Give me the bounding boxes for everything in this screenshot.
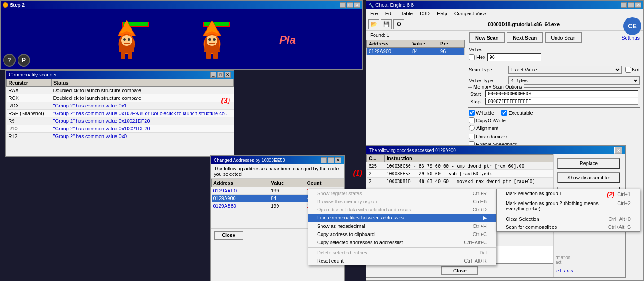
pause-button[interactable]: P xyxy=(18,54,30,67)
address-row-0[interactable]: 0129A900 84 96 xyxy=(367,48,465,55)
le-extras[interactable]: le Extras xyxy=(554,267,625,275)
ce-menubar: File Edit Table D3D Help Compact View xyxy=(366,9,643,18)
opcodes-close-row: Close xyxy=(366,264,553,277)
commonality-max-btn[interactable]: □ xyxy=(217,72,224,78)
game-maximize-btn[interactable]: □ xyxy=(347,2,353,8)
comm-row-0[interactable]: RAX Doubleclick to launch structure comp… xyxy=(7,87,234,94)
comm-row-3[interactable]: RSP (Snapshot) "Group 2" has common valu… xyxy=(7,110,234,117)
comm-row-4[interactable]: R9 "Group 2" has common value 0x10021DF2… xyxy=(7,117,234,125)
ctx-sub-mark-group2[interactable]: Mark selection as group 2 (Nothing means… xyxy=(497,199,640,213)
executable-checkbox-item: Executable xyxy=(501,110,533,116)
comm-row-2[interactable]: RDX "Group 2" has common value 0x1 xyxy=(7,102,234,110)
value-input[interactable] xyxy=(487,53,541,61)
status-1: Doubleclick to launch structure compare xyxy=(52,94,234,102)
memory-scan-title: Memory Scan Options xyxy=(472,84,524,89)
unrandomizer-item: Unrandomizer xyxy=(469,134,640,139)
opcodes-titlebar: The following opcodes accessed 0129A900 … xyxy=(366,146,625,154)
ce-title: Cheat Engine 6.8 xyxy=(375,2,414,8)
scan-type-label: Scan Type xyxy=(469,67,505,72)
unrandomizer-label: Unrandomizer xyxy=(476,134,507,139)
executable-checkbox[interactable] xyxy=(501,110,507,116)
addr-cell-0: 0129A900 xyxy=(367,48,410,55)
changed-description: The following addresses have been change… xyxy=(211,164,344,179)
ctx-open-dissect[interactable]: Open dissect data with selected addresse… xyxy=(308,205,496,214)
opcodes-bottom-close-btn[interactable]: Close xyxy=(441,266,478,275)
ctx-sub-clear-selection[interactable]: Clear Selection Ctrl+Alt+0 xyxy=(497,215,640,223)
changed-max-btn[interactable]: □ xyxy=(328,157,334,163)
reg-1: RCX xyxy=(7,94,52,102)
value-type-label: Value Type xyxy=(469,78,505,83)
changed-close-button[interactable]: Close xyxy=(214,231,243,240)
ce-close-btn[interactable]: ✕ xyxy=(635,2,641,8)
show-disassembler-button[interactable]: Show disassembler xyxy=(557,172,620,183)
menu-table[interactable]: Table xyxy=(397,10,416,17)
found-label: Found: 1 xyxy=(366,31,465,40)
hex-label: Hex xyxy=(476,54,485,60)
copy-on-write-checkbox[interactable] xyxy=(469,117,475,123)
ctx-show-register-states[interactable]: Show register states Ctrl+R xyxy=(308,189,496,197)
comm-row-5[interactable]: R10 "Group 2" has common value 0x10021DF… xyxy=(7,125,234,133)
reg-col-header: Register xyxy=(7,79,52,87)
next-scan-button[interactable]: Next Scan xyxy=(507,32,543,43)
menu-d3d[interactable]: D3D xyxy=(416,10,433,17)
ce-titlebar: 🔧 Cheat Engine 6.8 _ □ ✕ xyxy=(366,1,643,9)
ctx-copy-address[interactable]: Copy address to clipboard Ctrl+C xyxy=(308,230,496,238)
game-close-btn[interactable]: ✕ xyxy=(354,2,360,8)
toolbar-settings-btn[interactable]: ⚙ xyxy=(393,19,404,29)
writable-checkbox[interactable] xyxy=(469,110,475,116)
commonality-annotation: (3) xyxy=(221,97,230,105)
mem-stop-input[interactable] xyxy=(485,98,638,105)
toolbar-save-btn[interactable]: 💾 xyxy=(381,19,392,29)
ctx-delete[interactable]: Delete selected entries Del xyxy=(308,249,496,257)
commonality-min-btn[interactable]: _ xyxy=(210,72,216,78)
mem-start-input[interactable] xyxy=(485,90,638,97)
opc-row-2[interactable]: 2 10003D81D - 48 63 40 60 - movsxd rax,d… xyxy=(367,178,553,185)
context-submenu: Mark selection as group 1 (2) Ctrl+1 Mar… xyxy=(496,189,640,232)
not-label: Not xyxy=(625,67,640,73)
game-minimize-btn[interactable]: _ xyxy=(340,2,346,8)
menu-edit[interactable]: Edit xyxy=(382,10,397,17)
help-button[interactable]: ? xyxy=(3,54,16,67)
undo-scan-button[interactable]: Undo Scan xyxy=(545,32,582,43)
ce-maximize-btn[interactable]: □ xyxy=(628,2,634,8)
commonality-table-container: Register Status RAX Doubleclick to launc… xyxy=(6,79,234,156)
opc-row-0[interactable]: 625 10003EC80 - 83 79 60 00 - cmp dword … xyxy=(367,162,553,170)
ctx-sub-mark-group1[interactable]: Mark selection as group 1 (2) Ctrl+1 xyxy=(497,189,640,199)
unrandomizer-checkbox[interactable] xyxy=(469,134,475,139)
ctx-browse-memory[interactable]: Browse this memory region Ctrl+B xyxy=(308,197,496,205)
toolbar-open-btn[interactable]: 📂 xyxy=(368,19,379,29)
menu-compact-view[interactable]: Compact View xyxy=(451,10,490,17)
ctx-show-hex[interactable]: Show as hexadecimal Ctrl+H xyxy=(308,222,496,230)
ctx-find-commonalities[interactable]: Find commonalities between addresses ▶ xyxy=(308,214,496,222)
ce-toolbar: 📂 💾 ⚙ 00000D18-gtutorial-x86_64.exe CE xyxy=(366,18,643,31)
changed-close-btn[interactable]: ✕ xyxy=(335,157,341,163)
status-col-header: Status xyxy=(52,79,234,87)
hex-checkbox[interactable] xyxy=(469,54,475,60)
alignment-radio[interactable] xyxy=(469,125,475,131)
replace-button[interactable]: Replace xyxy=(557,158,620,169)
changed-annotation: (1) xyxy=(353,169,362,178)
opcodes-close-btn[interactable]: ✕ xyxy=(614,147,622,154)
commonality-close-btn[interactable]: ✕ xyxy=(225,72,231,78)
changed-addr-header: Address xyxy=(212,179,269,187)
ce-minimize-btn[interactable]: _ xyxy=(621,2,627,8)
scan-type-select[interactable]: Exact Value xyxy=(508,66,622,74)
ctx-sub-scan-commonalities[interactable]: Scan for commonalities Ctrl+Alt+S xyxy=(497,223,640,231)
mem-stop-row: Stop xyxy=(470,98,638,105)
menu-help[interactable]: Help xyxy=(433,10,451,17)
comm-row-6[interactable]: R12 "Group 2" has common value 0x0 xyxy=(7,133,234,140)
not-checkbox[interactable] xyxy=(625,67,631,73)
svg-rect-4 xyxy=(121,50,125,59)
value-type-select[interactable]: 4 Bytes xyxy=(508,76,640,85)
copy-on-write-label: CopyOnWrite xyxy=(476,118,506,123)
opc-row-1[interactable]: 2 10003EE53 - 29 50 60 - sub [rax+60],ed… xyxy=(367,170,553,178)
opc-instr-0: 10003EC80 - 83 79 60 00 - cmp dword ptr … xyxy=(385,162,553,170)
new-scan-button[interactable]: New Scan xyxy=(469,32,505,43)
changed-addr-1: 0129A900 xyxy=(212,195,269,202)
menu-file[interactable]: File xyxy=(366,10,382,17)
ctx-reset-count[interactable]: Reset count Ctrl+Alt+R xyxy=(308,257,496,265)
checkbox-row-1: Writable Executable xyxy=(465,109,643,116)
changed-min-btn[interactable]: _ xyxy=(321,157,327,163)
comm-row-1[interactable]: RCX Doubleclick to launch structure comp… xyxy=(7,94,234,102)
ctx-copy-to-addresslist[interactable]: Copy selected addresses to addresslist C… xyxy=(308,238,496,246)
